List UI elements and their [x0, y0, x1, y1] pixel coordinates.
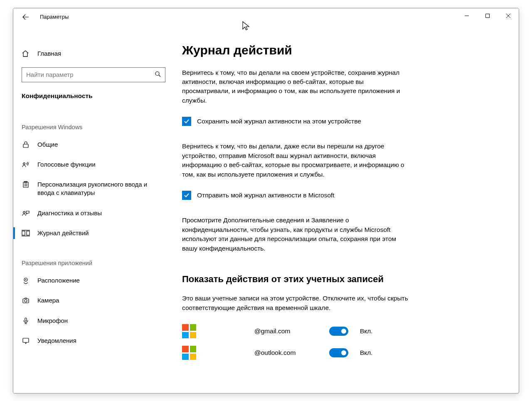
svg-rect-13 [27, 231, 30, 235]
checkbox-checked-icon [182, 191, 191, 200]
home-icon [22, 50, 30, 57]
category-label: Конфиденциальность [13, 90, 174, 107]
sidebar-item-label: Расположение [37, 276, 80, 285]
svg-rect-4 [23, 144, 28, 148]
svg-point-2 [155, 71, 159, 75]
sidebar-item-notifications[interactable]: Уведомления [13, 331, 174, 351]
sidebar-item-label: Микрофон [37, 317, 68, 325]
minimize-icon [464, 13, 469, 18]
sidebar-item-label: Общие [37, 140, 58, 149]
section-app-permissions: Разрешения приложений [13, 243, 174, 271]
sidebar-item-label: Уведомления [37, 337, 76, 345]
accounts-heading: Показать действия от этих учетных записе… [182, 274, 494, 285]
feedback-icon [22, 209, 30, 217]
search-box[interactable] [22, 67, 165, 82]
sidebar-item-label: Голосовые функции [37, 160, 96, 169]
home-label: Главная [37, 50, 61, 57]
camera-icon [22, 297, 30, 304]
sidebar-item-inking[interactable]: Персонализация рукописного ввода и ввода… [13, 175, 174, 203]
store-activity-checkbox-row[interactable]: Сохранить мой журнал активности на этом … [182, 117, 494, 126]
maximize-button[interactable] [477, 8, 498, 23]
sidebar-item-label: Журнал действий [37, 229, 89, 237]
titlebar: Параметры [13, 8, 519, 26]
account-toggle[interactable] [329, 327, 348, 336]
send-activity-label: Отправить мой журнал активности в Micros… [197, 192, 335, 199]
sidebar-item-label: Персонализация рукописного ввода и ввода… [37, 180, 165, 197]
account-row-gmail: @gmail.com Вкл. [182, 324, 494, 338]
sidebar-item-activity-history[interactable]: Журнал действий [13, 223, 174, 243]
window-controls [456, 8, 519, 23]
checkbox-checked-icon [182, 117, 191, 126]
window-title: Параметры [40, 14, 69, 20]
account-row-outlook: @outlook.com Вкл. [182, 346, 494, 360]
sidebar-item-diagnostics[interactable]: Диагностика и отзывы [13, 203, 174, 223]
sidebar-item-microphone[interactable]: Микрофон [13, 311, 174, 331]
home-button[interactable]: Главная [13, 46, 174, 62]
sidebar-item-location[interactable]: Расположение [13, 271, 174, 290]
svg-point-17 [25, 279, 26, 280]
maximize-icon [485, 13, 490, 18]
microphone-icon [22, 317, 30, 325]
notifications-icon [22, 337, 30, 344]
sidebar-item-camera[interactable]: Камера [13, 290, 174, 310]
description-1: Вернитесь к тому, что вы делали на своем… [182, 68, 411, 106]
sidebar-item-general[interactable]: Общие [13, 135, 174, 155]
lock-icon [22, 141, 30, 148]
sidebar-item-label: Камера [37, 296, 59, 305]
accounts-description: Это ваши учетные записи на этом устройст… [182, 294, 411, 312]
svg-rect-23 [23, 338, 29, 342]
close-button[interactable] [498, 8, 519, 23]
svg-line-3 [159, 75, 160, 76]
location-icon [22, 277, 30, 284]
back-arrow-icon [22, 14, 29, 20]
timeline-icon [22, 229, 30, 237]
svg-point-19 [25, 300, 27, 302]
svg-point-5 [23, 162, 25, 165]
store-activity-label: Сохранить мой журнал активности на этом … [197, 118, 361, 125]
toggle-state: Вкл. [360, 349, 373, 357]
description-2: Вернитесь к тому, что вы делали, даже ес… [182, 142, 411, 179]
main-content: Журнал действий Вернитесь к тому, что вы… [174, 26, 519, 393]
svg-rect-20 [25, 318, 27, 321]
clipboard-icon [22, 181, 30, 188]
speech-icon [22, 161, 30, 168]
sidebar: Главная Конфиденциальность Разрешения Wi… [13, 26, 174, 393]
toggle-state: Вкл. [360, 327, 373, 335]
send-activity-checkbox-row[interactable]: Отправить мой журнал активности в Micros… [182, 191, 494, 200]
settings-window: Параметры Главная [13, 8, 519, 394]
microsoft-logo-icon [182, 346, 196, 360]
microsoft-logo-icon [182, 324, 196, 338]
sidebar-item-speech[interactable]: Голосовые функции [13, 155, 174, 175]
search-input[interactable] [22, 67, 165, 82]
close-icon [506, 13, 511, 18]
account-email: @outlook.com [254, 349, 321, 357]
account-email: @gmail.com [254, 327, 321, 335]
page-title: Журнал действий [182, 43, 494, 57]
search-icon [155, 71, 161, 79]
section-windows-permissions: Разрешения Windows [13, 107, 174, 135]
minimize-button[interactable] [456, 8, 477, 23]
account-toggle[interactable] [329, 348, 348, 357]
svg-rect-1 [486, 14, 490, 17]
window-body: Главная Конфиденциальность Разрешения Wi… [13, 26, 519, 393]
svg-rect-12 [22, 231, 25, 235]
description-3: Просмотрите Дополнительные сведения и За… [182, 216, 411, 253]
back-button[interactable] [22, 13, 30, 21]
sidebar-item-label: Диагностика и отзывы [37, 209, 102, 217]
svg-point-11 [23, 211, 25, 213]
